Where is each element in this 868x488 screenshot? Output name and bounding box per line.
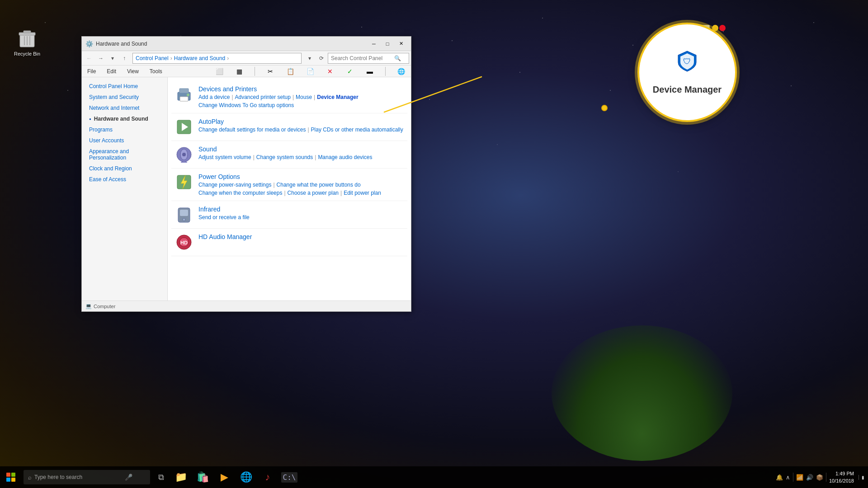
hardware-sound-window: ⚙️ Hardware and Sound ─ □ ✕ ← → ▾ ↑ Cont… — [81, 36, 411, 312]
link-device-manager[interactable]: Device Manager — [317, 94, 358, 100]
window-title-icon: ⚙️ — [85, 40, 93, 47]
toolbar-btn-2[interactable]: ▦ — [233, 65, 245, 78]
sidebar-item-user-accounts[interactable]: User Accounts — [82, 135, 167, 146]
infrared-title[interactable]: Infrared — [198, 206, 404, 213]
status-bar-computer-icon: 💻 — [85, 303, 92, 309]
sidebar-item-network-internet[interactable]: Network and Internet — [82, 103, 167, 113]
expand-tray-icon[interactable]: ∧ — [786, 474, 790, 481]
link-manage-audio[interactable]: Manage audio devices — [318, 154, 372, 160]
link-windows-go[interactable]: Change Windows To Go startup options — [198, 102, 294, 108]
devices-printers-title[interactable]: Devices and Printers — [198, 85, 404, 93]
autoplay-title[interactable]: AutoPlay — [198, 118, 404, 125]
toolbar-globe[interactable]: 🌐 — [395, 65, 407, 78]
menu-edit[interactable]: Edit — [105, 67, 118, 75]
link-power-saving[interactable]: Change power-saving settings — [198, 182, 271, 188]
start-button[interactable] — [0, 466, 22, 488]
hd-audio-title[interactable]: HD Audio Manager — [198, 233, 404, 240]
section-devices-printers: Devices and Printers Add a device | Adva… — [171, 81, 407, 113]
power-title[interactable]: Power Options — [198, 173, 404, 180]
refresh-button[interactable]: ⟳ — [316, 53, 327, 64]
sound-text: Sound Adjust system volume | Change syst… — [198, 145, 404, 160]
search-icon: 🔍 — [394, 55, 401, 61]
close-button[interactable]: ✕ — [395, 39, 407, 48]
recycle-bin-icon[interactable]: Recycle Bin — [9, 27, 45, 57]
dm-close-btn[interactable] — [719, 25, 726, 31]
toolbar-cut[interactable]: ✂ — [264, 65, 277, 78]
search-bar: 🔍 — [328, 53, 409, 64]
windows-logo — [6, 473, 15, 482]
sound-title[interactable]: Sound — [198, 145, 404, 153]
svg-point-11 — [187, 94, 189, 96]
minimize-button[interactable]: ─ — [368, 39, 380, 48]
taskbar-search-input[interactable] — [34, 474, 125, 480]
toolbar-copy[interactable]: 📋 — [284, 65, 297, 78]
taskbar-file-explorer[interactable]: 📁 — [171, 467, 191, 487]
link-edit-power-plan[interactable]: Edit power plan — [344, 190, 381, 196]
win-logo-green — [11, 473, 15, 477]
breadcrumb-hardware-sound[interactable]: Hardware and Sound — [174, 55, 225, 61]
sidebar-item-control-panel-home[interactable]: Control Panel Home — [82, 81, 167, 92]
taskbar-media[interactable]: ♪ — [258, 467, 278, 487]
menu-tools[interactable]: Tools — [148, 67, 164, 75]
svg-text:HD: HD — [180, 240, 188, 245]
toolbar-properties[interactable]: ▬ — [363, 65, 376, 78]
sidebar-item-hardware-sound[interactable]: Hardware and Sound — [82, 113, 167, 124]
toolbar-btn-1[interactable]: ⬜ — [213, 65, 226, 78]
link-change-sounds[interactable]: Change system sounds — [256, 154, 313, 160]
toolbar-paste[interactable]: 📄 — [304, 65, 316, 78]
infrared-links: Send or receive a file — [198, 214, 404, 221]
breadcrumb-control-panel[interactable]: Control Panel — [136, 55, 169, 61]
link-default-settings[interactable]: Change default settings for media or dev… — [198, 127, 306, 133]
cmd-icon: C:\ — [281, 472, 298, 483]
win-logo-blue — [6, 478, 10, 482]
search-input[interactable] — [331, 55, 394, 61]
volume-icon[interactable]: 🔊 — [806, 474, 813, 481]
sidebar-label-programs: Programs — [89, 127, 113, 133]
section-autoplay: AutoPlay Change default settings for med… — [171, 113, 407, 141]
sidebar-item-appearance[interactable]: Appearance and Personalization — [82, 146, 167, 163]
taskbar-right: 🔔 ∧ 📶 🔊 📦 1:49 PM 10/16/2018 ▮ — [776, 470, 868, 485]
toolbar-check[interactable]: ✓ — [344, 65, 356, 78]
sidebar-item-clock-region[interactable]: Clock and Region — [82, 163, 167, 174]
infrared-text: Infrared Send or receive a file — [198, 206, 404, 221]
link-power-buttons[interactable]: Change what the power buttons do — [277, 182, 361, 188]
show-desktop-icon[interactable]: ▮ — [859, 475, 864, 480]
menu-bar: File Edit View Tools ⬜ ▦ ✂ 📋 📄 ✕ ✓ ▬ 🌐 — [82, 66, 411, 77]
link-play-cds[interactable]: Play CDs or other media automatically — [311, 127, 403, 133]
link-mouse[interactable]: Mouse — [296, 94, 312, 100]
maximize-button[interactable]: □ — [381, 39, 394, 48]
store-icon: 🛍️ — [197, 471, 209, 483]
taskbar-cmd[interactable]: C:\ — [279, 467, 299, 487]
taskbar-store[interactable]: 🛍️ — [193, 467, 212, 487]
link-computer-sleeps[interactable]: Change when the computer sleeps — [198, 190, 282, 196]
notification-icon[interactable]: 🔔 — [776, 474, 783, 481]
sidebar-item-system-security[interactable]: System and Security — [82, 92, 167, 103]
taskbar-clock[interactable]: 1:49 PM 10/16/2018 — [829, 470, 854, 485]
sound-icon — [175, 145, 193, 164]
dropdown-path-button[interactable]: ▾ — [304, 53, 315, 64]
sidebar-item-ease-access[interactable]: Ease of Access — [82, 174, 167, 185]
menu-file[interactable]: File — [85, 67, 98, 75]
taskbar-chrome[interactable]: 🌐 — [236, 467, 256, 487]
up-button[interactable]: ↑ — [119, 53, 130, 64]
menu-view[interactable]: View — [125, 67, 141, 75]
task-view-button[interactable]: ⧉ — [152, 468, 170, 486]
link-adjust-volume[interactable]: Adjust system volume — [198, 154, 251, 160]
link-printer-setup[interactable]: Advanced printer setup — [235, 94, 291, 100]
link-add-device[interactable]: Add a device — [198, 94, 230, 100]
dropdown-button[interactable]: ▾ — [107, 53, 118, 64]
link-send-receive[interactable]: Send or receive a file — [198, 214, 250, 221]
vlc-icon: ▶ — [221, 471, 228, 483]
back-button[interactable]: ← — [84, 53, 94, 64]
wifi-icon[interactable]: 📶 — [796, 474, 803, 481]
breadcrumb-sep-1: › — [170, 55, 172, 61]
breadcrumb: Control Panel › Hardware and Sound › — [132, 53, 302, 64]
autoplay-icon — [175, 118, 193, 136]
toolbar-delete[interactable]: ✕ — [324, 65, 336, 78]
forward-button[interactable]: → — [95, 53, 106, 64]
taskbar-vlc[interactable]: ▶ — [214, 467, 234, 487]
link-power-plan[interactable]: Choose a power plan — [288, 190, 339, 196]
dropbox-icon[interactable]: 📦 — [816, 474, 823, 481]
sidebar-label-clock-region: Clock and Region — [89, 165, 132, 172]
sidebar-item-programs[interactable]: Programs — [82, 124, 167, 135]
